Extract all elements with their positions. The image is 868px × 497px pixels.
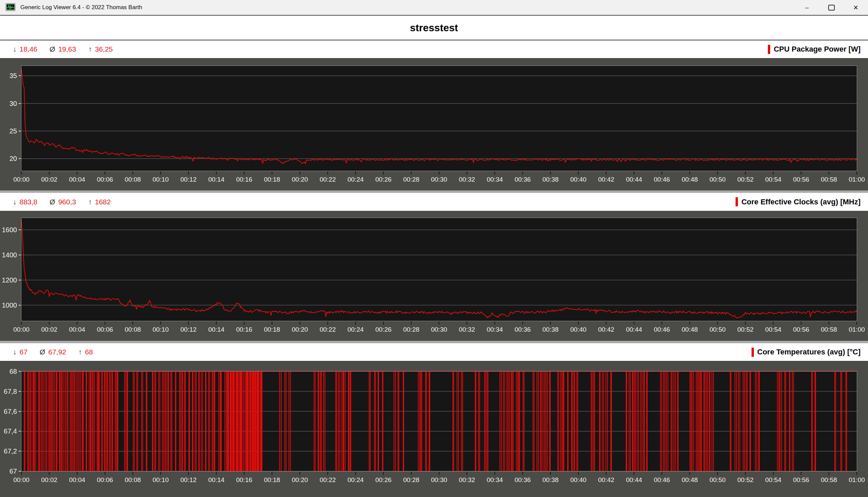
x-axis-tick [21, 472, 22, 475]
plot-area[interactable] [21, 371, 857, 471]
x-axis-tick [272, 472, 272, 475]
x-axis-label: 00:34 [480, 476, 509, 484]
x-axis-label: 01:00 [842, 326, 868, 333]
x-axis-label: 00:10 [146, 476, 175, 484]
y-axis-label: 67 [0, 468, 17, 474]
x-axis-label: 00:30 [425, 326, 453, 333]
plot-area[interactable] [21, 66, 857, 171]
stats-row: ↓67 Ø67,92 ↑68 Core Temperatures (avg) [… [0, 343, 868, 361]
x-axis-tick [661, 472, 662, 475]
x-axis-tick [606, 171, 606, 174]
x-axis-tick [856, 472, 857, 475]
x-axis-tick [216, 322, 217, 325]
x-axis-tick [689, 171, 690, 174]
x-axis-label: 00:16 [230, 176, 258, 183]
x-axis-tick [717, 171, 718, 174]
x-axis-label: 00:30 [425, 176, 453, 183]
x-axis-tick [160, 322, 161, 325]
x-axis-label: 00:26 [369, 176, 398, 183]
chart-legend: Core Temperatures (avg) [°C] [752, 347, 862, 357]
x-axis-label: 00:52 [731, 326, 760, 333]
x-axis-tick [411, 472, 411, 475]
x-axis-tick [522, 322, 523, 325]
x-axis-label: 00:08 [118, 176, 147, 183]
x-axis-label: 00:06 [91, 476, 119, 484]
stat-avg: Ø960,3 [50, 198, 76, 206]
y-axis-label: 68 [0, 368, 17, 375]
x-axis-tick [439, 171, 439, 174]
x-axis-tick [188, 472, 189, 475]
x-axis-label: 01:00 [842, 176, 868, 183]
plot-area[interactable] [21, 217, 857, 321]
y-axis-tick [19, 471, 21, 471]
average-symbol-icon: Ø [40, 348, 45, 356]
x-axis-label: 00:08 [118, 476, 147, 484]
maximize-button[interactable] [819, 0, 843, 15]
x-axis-tick [661, 171, 662, 174]
x-axis-tick [327, 322, 328, 325]
x-axis-label: 00:32 [453, 476, 481, 484]
x-axis-tick [717, 472, 718, 475]
x-axis-label: 00:04 [63, 476, 92, 484]
x-axis-label: 00:50 [703, 476, 732, 484]
x-axis-tick [132, 322, 133, 325]
x-axis-tick [606, 322, 606, 325]
x-axis-tick [104, 472, 105, 475]
y-axis-label: 67,2 [0, 448, 17, 455]
y-axis-label: 20 [0, 155, 17, 162]
x-axis-tick [689, 322, 690, 325]
average-symbol-icon: Ø [50, 45, 55, 53]
x-axis-tick [522, 472, 523, 475]
x-axis-label: 00:00 [7, 476, 36, 484]
x-axis-tick [49, 171, 50, 174]
avg-value: 67,92 [48, 348, 66, 356]
window-title: Generic Log Viewer 6.4 - © 2022 Thomas B… [20, 4, 142, 11]
x-axis-label: 00:04 [63, 326, 92, 333]
y-axis-tick [19, 431, 21, 431]
chart-panel: 3530252000:0000:0200:0400:0600:0800:1000… [0, 58, 868, 193]
series-line [22, 371, 857, 471]
chart-canvas [22, 218, 857, 321]
stat-min: ↓67 [13, 348, 28, 356]
x-axis-tick [494, 472, 495, 475]
x-axis-tick [188, 322, 189, 325]
x-axis-label: 00:54 [759, 476, 787, 484]
min-value: 67 [20, 348, 28, 356]
chart-section-core-effective-clocks: ↓883,8 Ø960,3 ↑1682 Core Effective Clock… [0, 193, 868, 343]
x-axis-tick [21, 322, 22, 325]
x-axis-label: 00:22 [313, 176, 342, 183]
x-axis-label: 00:10 [146, 326, 175, 333]
x-axis-label: 00:54 [759, 326, 787, 333]
page-title: stresstest [410, 22, 458, 33]
x-axis-label: 00:26 [369, 476, 398, 484]
x-axis-tick [773, 322, 774, 325]
x-axis-tick [216, 472, 217, 475]
x-axis-tick [411, 171, 411, 174]
x-axis-tick [689, 472, 690, 475]
x-axis-label: 00:40 [564, 176, 592, 183]
page-header: stresstest [0, 16, 868, 40]
x-axis-label: 00:22 [313, 326, 342, 333]
close-button[interactable]: ✕ [843, 0, 868, 15]
y-axis-label: 1400 [0, 252, 17, 258]
y-axis-tick [19, 255, 21, 255]
x-axis-tick [132, 472, 133, 475]
x-axis-tick [299, 322, 300, 325]
x-axis-tick [383, 472, 384, 475]
x-axis-tick [745, 472, 746, 475]
avg-value: 960,3 [58, 198, 76, 206]
x-axis-label: 00:08 [118, 326, 147, 333]
x-axis-label: 00:18 [258, 176, 286, 183]
x-axis-label: 00:12 [174, 476, 203, 484]
x-axis-tick [578, 171, 579, 174]
y-axis-label: 67,4 [0, 428, 17, 435]
minimize-button[interactable]: – [795, 0, 819, 15]
x-axis-label: 00:18 [258, 476, 286, 484]
x-axis-tick [494, 322, 495, 325]
x-axis-label: 00:58 [815, 176, 843, 183]
title-bar[interactable]: Generic Log Viewer 6.4 - © 2022 Thomas B… [0, 0, 868, 16]
x-axis-tick [383, 171, 384, 174]
x-axis-tick [21, 171, 22, 174]
x-axis-label: 00:40 [564, 326, 592, 333]
x-axis-label: 00:12 [174, 326, 203, 333]
